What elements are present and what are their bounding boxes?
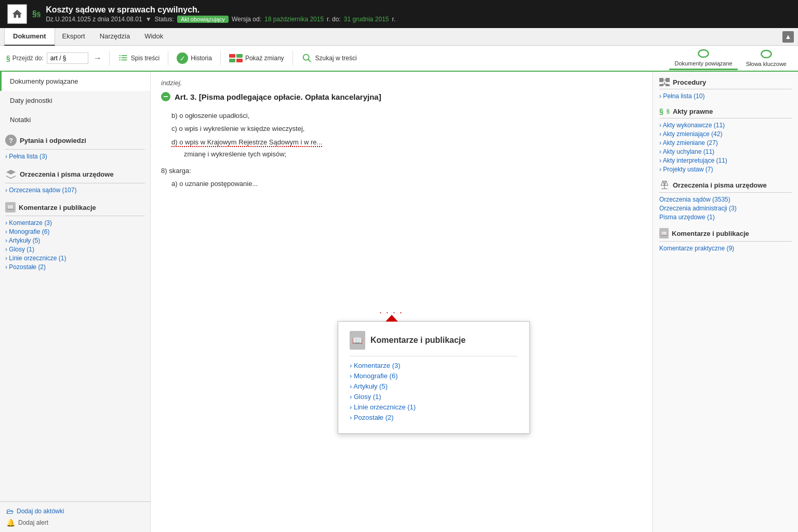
popup-link-5[interactable]: › Pozostałe (2) <box>350 414 518 421</box>
changes-label: Pokaż zmiany <box>245 55 284 62</box>
popup-link-3[interactable]: › Glosy (1) <box>350 393 518 401</box>
popup-divider <box>350 356 518 356</box>
aktowka-icon: 🗁 <box>6 507 14 515</box>
rs-legal-link-4[interactable]: › Akty interpretujące (11) <box>659 157 792 164</box>
commentary-panel-header: 📖 Komentarze i publikacje <box>5 202 145 212</box>
commentary-link-1[interactable]: › Monografie (6) <box>5 228 145 235</box>
commentary-link-0[interactable]: › Komentarze (3) <box>5 219 145 227</box>
commentary-link-2[interactable]: › Artykuły (5) <box>5 237 145 244</box>
keywords-button[interactable]: Słowa kluczowe <box>741 47 792 69</box>
rs-legal-link-5[interactable]: › Projekty ustaw (7) <box>659 166 792 173</box>
svg-point-10 <box>303 55 309 60</box>
svg-rect-4 <box>119 60 121 61</box>
legal-section-icon: § <box>659 107 663 115</box>
home-icon <box>11 8 23 20</box>
toc-button[interactable]: Spis treści <box>115 51 163 65</box>
rs-scales-icon <box>659 180 670 190</box>
judgments-panel: Orzeczenia i pisma urzędowe › Orzeczenia… <box>5 168 145 194</box>
version-suffix: r. <box>392 16 396 23</box>
toolbar-divider-1 <box>109 51 110 65</box>
collapse-button[interactable]: − <box>161 92 170 101</box>
svg-line-11 <box>308 59 311 62</box>
main-area: Dokumenty powiązane Daty jednostki Notat… <box>0 72 798 532</box>
left-sidebar: Dokumenty powiązane Daty jednostki Notat… <box>0 72 151 532</box>
header: § § Koszty sądowe w sprawach cywilnych. … <box>0 0 798 28</box>
rs-procedures-section: Procedury › Pełna lista (10) <box>659 78 792 100</box>
rs-judgments-header: Orzeczenia i pisma urzędowe <box>659 180 792 193</box>
status-label: Status: <box>155 16 174 23</box>
version-from: 18 października 2015 <box>264 16 324 23</box>
toolbar-divider-4 <box>292 51 293 65</box>
commentary-link-4[interactable]: › Linie orzecznicze (1) <box>5 255 145 262</box>
question-icon: ? <box>5 135 17 146</box>
popup-book-icon: 📖 <box>350 331 365 350</box>
rs-procedures-fulllist[interactable]: › Pełna lista (10) <box>659 92 792 100</box>
popup-header: 📖 Komentarze i publikacje <box>350 331 518 350</box>
questions-fulllist-link[interactable]: › Pełna lista (3) <box>5 153 145 160</box>
rs-legal-link-2[interactable]: › Akty zmieniane (27) <box>659 139 792 147</box>
history-icon: ✓ <box>177 52 188 64</box>
questions-panel: ? Pytania i odpowiedzi › Pełna lista (3) <box>5 135 145 160</box>
toolbar: § Przejdź do: → Spis treści ✓ Historia P… <box>0 46 798 72</box>
rs-legal-link-0[interactable]: › Akty wykonawcze (11) <box>659 122 792 129</box>
commentary-link-3[interactable]: › Glosy (1) <box>5 246 145 253</box>
rs-legal-link-3[interactable]: › Akty uchylane (11) <box>659 148 792 155</box>
search-label: Szukaj w treści <box>315 55 357 62</box>
svg-rect-0 <box>119 55 121 56</box>
svg-rect-9 <box>236 59 243 62</box>
commentary-link-5[interactable]: › Pozostałe (2) <box>5 263 145 271</box>
popup-link-2[interactable]: › Artykuły (5) <box>350 382 518 390</box>
goto-section: § Przejdź do: <box>6 54 44 62</box>
sidebar-item-notatki[interactable]: Notatki <box>0 110 150 129</box>
sidebar-item-daty-jednostki[interactable]: Daty jednostki <box>0 91 150 110</box>
questions-panel-header: ? Pytania i odpowiedzi <box>5 135 145 146</box>
related-docs-button[interactable]: Dokumenty powiązane <box>669 46 737 70</box>
judgments-title: Orzeczenia i pisma urzędowe <box>20 170 114 178</box>
sidebar-panels: ? Pytania i odpowiedzi › Pełna lista (3)… <box>0 129 150 501</box>
article-heading: − Art. 3. [Pisma podlegające opłacie. Op… <box>161 92 642 101</box>
rs-judgments-link-1[interactable]: Orzeczenia administracji (3) <box>659 205 792 212</box>
judgments-link[interactable]: › Orzeczenia sądów (107) <box>5 187 145 194</box>
tab-dokument[interactable]: Dokument <box>4 28 55 46</box>
rs-procedures-title: Procedury <box>673 78 706 86</box>
popup-link-1[interactable]: › Monografie (6) <box>350 372 518 380</box>
rs-legal-link-1[interactable]: › Akty zmieniające (42) <box>659 130 792 138</box>
tab-eksport[interactable]: Eksport <box>55 28 92 46</box>
svg-rect-5 <box>121 60 127 61</box>
aktowka-label: Dodaj do aktówki <box>17 508 64 515</box>
home-button[interactable] <box>7 4 27 24</box>
popup-title: Komentarze i publikacje <box>370 335 466 346</box>
svg-rect-1 <box>121 55 127 56</box>
popup-link-0[interactable]: › Komentarze (3) <box>350 362 518 369</box>
history-button[interactable]: ✓ Historia <box>174 51 215 65</box>
keywords-label: Słowa kluczowe <box>746 61 787 68</box>
doc-text-8a: a) o uznanie postępowanie... <box>161 178 642 190</box>
header-title: Koszty sądowe w sprawach cywilnych. <box>46 5 395 15</box>
dropdown-arrow[interactable]: ▼ <box>145 16 152 23</box>
version-sep-1: r. do: <box>327 16 341 23</box>
scroll-up-button[interactable]: ▲ <box>782 31 794 43</box>
nav-arrow-btn[interactable]: → <box>91 52 104 64</box>
tab-narzedzia[interactable]: Narzędzia <box>92 28 138 46</box>
sidebar-item-dokumenty-powiazane[interactable]: Dokumenty powiązane <box>0 72 150 91</box>
rs-procedures-header: Procedury <box>659 78 792 89</box>
nav-input[interactable] <box>47 52 88 64</box>
search-button[interactable]: Szukaj w treści <box>298 51 360 65</box>
version-label: Wersja od: <box>232 16 261 23</box>
rs-commentary-link-0[interactable]: Komentarze praktyczne (9) <box>659 245 792 252</box>
related-icon <box>696 48 711 59</box>
rs-judgments-link-0[interactable]: Orzeczenia sądów (3535) <box>659 196 792 203</box>
changes-button[interactable]: Pokaż zmiany <box>226 51 287 65</box>
tab-widok[interactable]: Widok <box>137 28 170 46</box>
popup-link-4[interactable]: › Linie orzecznicze (1) <box>350 403 518 411</box>
dz-ref: Dz.U.2014.1025 z dnia 2014.08.01 <box>46 16 142 23</box>
svg-rect-2 <box>119 57 121 58</box>
svg-rect-18 <box>666 84 670 86</box>
red-triangle <box>385 315 398 322</box>
add-aktowka-button[interactable]: 🗁 Dodaj do aktówki <box>6 507 144 515</box>
rs-judgments-link-2[interactable]: Pisma urzędowe (1) <box>659 214 792 221</box>
rs-judgments-section: Orzeczenia i pisma urzędowe Orzeczenia s… <box>659 180 792 221</box>
version-to: 31 grudnia 2015 <box>344 16 389 23</box>
add-alert-button[interactable]: 🔔 Dodaj alert <box>6 518 144 527</box>
rs-commentary-header: 📖 Komentarze i publikacje <box>659 228 792 242</box>
